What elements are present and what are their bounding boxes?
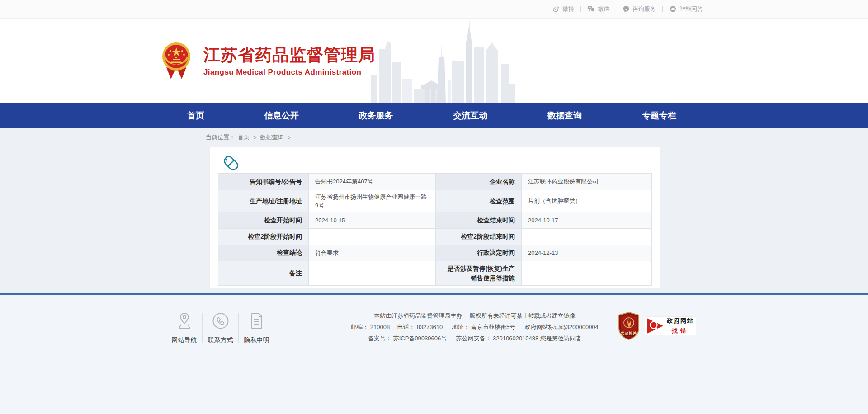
topbar-link-weibo[interactable]: 微博 bbox=[552, 5, 574, 13]
table-row: 检查结论 符合要求 行政决定时间 2024-12-13 bbox=[218, 245, 652, 261]
row-label: 检查结论 bbox=[218, 245, 309, 261]
footer: 网站导航 联系方式 隐私申明 本站由江苏省药品监督管理局主办 版权所有未经许可禁… bbox=[0, 295, 868, 414]
row-label: 行政决定时间 bbox=[436, 245, 522, 261]
page: 微博 微信 咨询服务 智能问答 bbox=[0, 0, 868, 414]
phone-icon bbox=[212, 312, 230, 336]
table-row: 检查2阶段开始时间 检查2阶段结束时间 bbox=[218, 229, 652, 245]
row-value: 片剂（含抗肿瘤类） bbox=[522, 190, 652, 212]
footer-link-label: 联系方式 bbox=[208, 336, 233, 344]
footer-link-label: 网站导航 bbox=[172, 336, 197, 344]
footer-line-icp: 备案号： 苏ICP备09039606号 苏公网安备： 3201060201048… bbox=[348, 333, 601, 344]
breadcrumb-separator: > bbox=[253, 134, 257, 141]
main-nav-items: 首页 信息公开 政务服务 交流互动 数据查询 专题专栏 bbox=[181, 103, 683, 128]
chat-bubble-icon bbox=[623, 5, 630, 13]
document-icon bbox=[249, 312, 265, 336]
row-value bbox=[309, 261, 436, 286]
row-value: 告知书2024年第407号 bbox=[309, 174, 436, 190]
breadcrumb-prefix: 当前位置： bbox=[206, 133, 235, 141]
main-nav: 首页 信息公开 政务服务 交流互动 数据查询 专题专栏 bbox=[0, 103, 868, 128]
breadcrumb-data-query[interactable]: 数据查询 bbox=[260, 133, 284, 141]
gov-site-label: 政府网站 bbox=[665, 317, 696, 325]
magnifier-flag-icon bbox=[645, 316, 665, 335]
footer-line-contact: 邮编： 210008 电话： 83273610 地址： 南京市鼓楼街5号 政府网… bbox=[348, 321, 601, 333]
inspection-detail-table: 告知书编号/公告号 告知书2024年第407号 企业名称 江苏联环药业股份有限公… bbox=[218, 173, 652, 286]
topbar-link-qa[interactable]: 智能问答 bbox=[669, 5, 703, 13]
nav-item-gov-services[interactable]: 政务服务 bbox=[353, 103, 400, 128]
site-header: 江苏省药品监督管理局 Jiangsu Medical Products Admi… bbox=[0, 19, 868, 103]
topbar-link-consult[interactable]: 咨询服务 bbox=[623, 5, 656, 13]
row-value: 2024-12-13 bbox=[522, 245, 652, 261]
footer-link-privacy[interactable]: 隐私申明 bbox=[239, 312, 274, 344]
breadcrumb-separator: > bbox=[288, 134, 291, 141]
row-label: 检查2阶段开始时间 bbox=[218, 229, 309, 245]
nav-item-special-topics[interactable]: 专题专栏 bbox=[636, 103, 683, 128]
site-error-report-text: 政府网站 找错 bbox=[665, 317, 696, 335]
footer-badges: 党政机关 政府网站 找错 bbox=[618, 312, 696, 340]
row-label: 检查开始时间 bbox=[218, 212, 309, 229]
topbar-link-wechat[interactable]: 微信 bbox=[587, 5, 609, 13]
row-value: 江苏省扬州市扬州生物健康产业园健康一路9号 bbox=[309, 190, 436, 212]
footer-line-copyright: 本站由江苏省药品监督管理局主办 版权所有未经许可禁止转载或者建立镜像 bbox=[348, 310, 601, 321]
row-value: 江苏联环药业股份有限公司 bbox=[522, 174, 652, 190]
map-pin-icon bbox=[176, 312, 193, 336]
nav-item-info-disclosure[interactable]: 信息公开 bbox=[258, 103, 305, 128]
find-error-label: 找错 bbox=[667, 326, 694, 335]
footer-links: 网站导航 联系方式 隐私申明 bbox=[166, 312, 274, 344]
nav-item-home[interactable]: 首页 bbox=[181, 103, 211, 128]
site-error-report-badge[interactable]: 政府网站 找错 bbox=[645, 316, 696, 335]
table-row: 生产地址/注册地址 江苏省扬州市扬州生物健康产业园健康一路9号 检查范围 片剂（… bbox=[218, 190, 652, 212]
footer-link-contact[interactable]: 联系方式 bbox=[203, 312, 238, 344]
logo-text: 江苏省药品监督管理局 Jiangsu Medical Products Admi… bbox=[203, 45, 375, 77]
table-row: 备注 是否涉及暂停(恢复)生产销售使用等措施 bbox=[218, 261, 652, 286]
row-value bbox=[309, 229, 436, 245]
row-label: 检查结束时间 bbox=[436, 212, 522, 229]
topbar: 微博 微信 咨询服务 智能问答 bbox=[0, 0, 868, 18]
site-logo[interactable]: 江苏省药品监督管理局 Jiangsu Medical Products Admi… bbox=[162, 41, 375, 81]
wechat-icon bbox=[587, 5, 595, 12]
weibo-icon bbox=[552, 5, 560, 13]
site-subtitle: Jiangsu Medical Products Administration bbox=[203, 68, 375, 77]
topbar-separator bbox=[616, 6, 616, 12]
table-row: 告知书编号/公告号 告知书2024年第407号 企业名称 江苏联环药业股份有限公… bbox=[218, 174, 652, 190]
robot-icon bbox=[669, 5, 677, 13]
topbar-link-label: 智能问答 bbox=[679, 5, 703, 13]
row-value bbox=[522, 261, 652, 286]
nav-item-interaction[interactable]: 交流互动 bbox=[447, 103, 494, 128]
row-label: 备注 bbox=[218, 261, 309, 286]
row-label: 企业名称 bbox=[436, 174, 522, 190]
national-emblem-icon bbox=[162, 41, 191, 81]
capsule-icon bbox=[222, 155, 240, 172]
row-label: 检查范围 bbox=[436, 190, 522, 212]
topbar-link-label: 微博 bbox=[562, 5, 574, 13]
topbar-separator bbox=[580, 6, 581, 12]
row-label: 生产地址/注册地址 bbox=[218, 190, 309, 212]
party-gov-badge[interactable]: 党政机关 bbox=[618, 312, 639, 340]
footer-text: 本站由江苏省药品监督管理局主办 版权所有未经许可禁止转载或者建立镜像 邮编： 2… bbox=[348, 310, 601, 344]
topbar-separator bbox=[662, 6, 663, 12]
city-skyline-illustration bbox=[371, 21, 515, 103]
row-label: 告知书编号/公告号 bbox=[218, 174, 309, 190]
row-value: 2024-10-15 bbox=[309, 212, 436, 229]
detail-card: 告知书编号/公告号 告知书2024年第407号 企业名称 江苏联环药业股份有限公… bbox=[209, 147, 660, 288]
site-title: 江苏省药品监督管理局 bbox=[203, 45, 375, 65]
nav-item-data-query[interactable]: 数据查询 bbox=[541, 103, 588, 128]
row-value bbox=[522, 229, 652, 245]
row-value: 符合要求 bbox=[309, 245, 436, 261]
topbar-link-label: 咨询服务 bbox=[632, 5, 656, 13]
party-gov-badge-label: 党政机关 bbox=[618, 331, 639, 336]
table-row: 检查开始时间 2024-10-15 检查结束时间 2024-10-17 bbox=[218, 212, 652, 229]
row-label: 是否涉及暂停(恢复)生产销售使用等措施 bbox=[436, 261, 522, 286]
row-value: 2024-10-17 bbox=[522, 212, 652, 229]
footer-link-sitemap[interactable]: 网站导航 bbox=[166, 312, 202, 344]
breadcrumb: 当前位置： 首页 > 数据查询 > bbox=[206, 128, 292, 146]
breadcrumb-home[interactable]: 首页 bbox=[238, 133, 250, 141]
footer-link-label: 隐私申明 bbox=[244, 336, 269, 344]
row-label: 检查2阶段结束时间 bbox=[436, 229, 522, 245]
topbar-link-label: 微信 bbox=[598, 5, 609, 13]
